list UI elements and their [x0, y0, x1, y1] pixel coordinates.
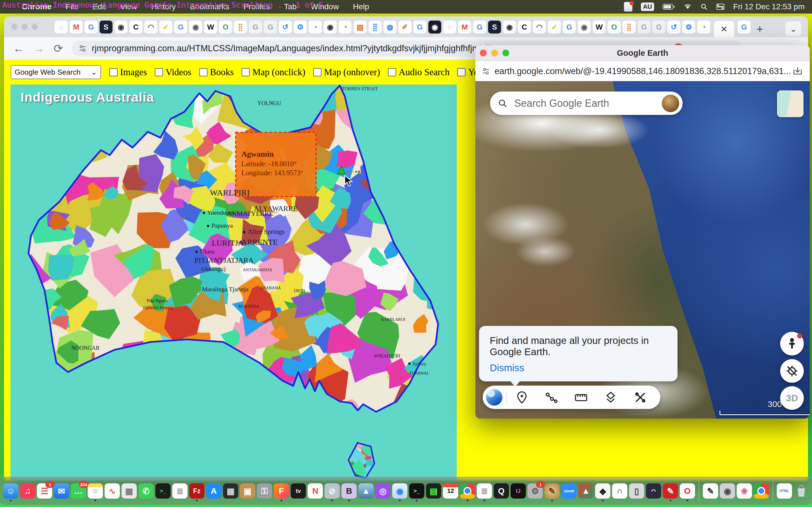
tools-icon[interactable]: [625, 391, 655, 404]
pinned-tab[interactable]: O: [608, 20, 620, 34]
dock-item-intellij[interactable]: IJ: [511, 483, 526, 499]
pegman-button[interactable]: [780, 332, 804, 355]
earth-viewport[interactable]: Search Google Earth Find and manage all …: [475, 81, 810, 418]
pinned-tab[interactable]: M: [70, 20, 83, 34]
window-controls[interactable]: [11, 24, 42, 31]
dock-item-cat-app[interactable]: ᴖ: [646, 483, 661, 499]
pinned-tab[interactable]: C: [518, 20, 531, 34]
pinned-tab[interactable]: ◉: [114, 20, 128, 34]
dock-item-settings[interactable]: ⚙1: [527, 483, 543, 499]
dock-item-exec-terminal[interactable]: ▤: [426, 483, 441, 499]
avatar[interactable]: [662, 95, 679, 112]
dock-item-messages[interactable]: …204: [71, 483, 86, 499]
pinned-tab[interactable]: M: [458, 20, 471, 34]
pinned-tab[interactable]: W: [204, 20, 217, 34]
dock-item-textedit[interactable]: ≣: [172, 483, 188, 499]
dock-item-cad-app[interactable]: ▲: [578, 483, 594, 499]
pinned-tab[interactable]: G: [85, 20, 98, 34]
dock-item-keychain[interactable]: ⚿: [257, 483, 272, 499]
dock-item-terminal-2[interactable]: >_: [409, 483, 424, 499]
dock-item-filezilla[interactable]: Fz: [189, 483, 204, 499]
checkbox-box[interactable]: [109, 68, 117, 76]
pinned-tab[interactable]: ◌: [443, 20, 456, 34]
pinned-tab[interactable]: G: [264, 20, 277, 34]
active-tab[interactable]: ✕: [714, 21, 734, 37]
pinned-tab[interactable]: C: [130, 20, 142, 34]
dock-item-news[interactable]: N: [308, 483, 323, 499]
dock-item-curves-app[interactable]: ∿: [105, 483, 120, 499]
australia-imagemap[interactable]: AgwaminLatitude: -18.0010°Longitude: 143…: [10, 84, 457, 481]
checkbox-box[interactable]: [199, 68, 207, 76]
measure-ruler-icon[interactable]: [566, 392, 596, 403]
pinned-tab[interactable]: ⣿: [234, 20, 247, 34]
dock-item-safari[interactable]: ◉: [392, 483, 407, 499]
pinned-tab[interactable]: G: [174, 20, 187, 34]
spotlight-icon[interactable]: [700, 3, 708, 10]
earth-address-bar[interactable]: earth.google.com/web/@-19.41990588,146.1…: [475, 61, 810, 81]
dock-item-html-file[interactable]: HTML: [777, 483, 792, 499]
pinned-tab[interactable]: ⣿: [622, 20, 636, 34]
dock-item-installer[interactable]: ▣: [240, 483, 255, 499]
pinned-tab[interactable]: ✐: [398, 20, 411, 34]
pinned-tab[interactable]: G: [638, 20, 651, 34]
battery-icon[interactable]: [663, 4, 675, 10]
back-button[interactable]: ←: [13, 42, 24, 55]
layers-icon[interactable]: [596, 391, 625, 404]
dock-item-music[interactable]: ♫: [20, 483, 35, 499]
wifi-icon[interactable]: [683, 3, 692, 10]
new-tab-button[interactable]: +: [753, 22, 766, 36]
input-source-indicator[interactable]: AU: [641, 3, 654, 11]
search-type-select[interactable]: Google Web Search ⌄: [11, 65, 101, 79]
dock-item-trash[interactable]: [794, 483, 809, 499]
checkbox-box[interactable]: [242, 68, 250, 76]
pinned-tab[interactable]: ↺: [279, 20, 292, 34]
pinned-tab[interactable]: G: [563, 20, 576, 34]
site-info-icon[interactable]: [481, 67, 490, 75]
dock-item-app-store[interactable]: A: [206, 483, 221, 499]
dock-item-bbedit[interactable]: B: [342, 483, 357, 499]
pinned-tab[interactable]: ⚙: [682, 20, 695, 34]
dock-item-pencil-app[interactable]: ✎: [703, 483, 718, 499]
pinned-tab[interactable]: ◉: [189, 20, 202, 34]
dock-item-podcasts[interactable]: ◎: [375, 483, 391, 499]
dock-item-chrome-device[interactable]: [754, 483, 769, 499]
dock-item-photos[interactable]: ❀: [737, 483, 752, 499]
overview-minimap[interactable]: [777, 91, 804, 117]
google-earth-logo[interactable]: [486, 389, 502, 406]
dock-item-opera[interactable]: O: [680, 483, 695, 499]
checkbox-map-onclick-[interactable]: Map (onclick): [242, 67, 305, 77]
dismiss-button[interactable]: Dismiss: [490, 362, 524, 374]
dock-item-apple-tv[interactable]: tv: [291, 483, 306, 499]
pinned-tab[interactable]: ◠: [533, 20, 546, 34]
pinned-tab[interactable]: G: [738, 20, 751, 34]
pinned-tab[interactable]: ◉: [503, 20, 516, 34]
pinned-tab[interactable]: ⚙: [294, 20, 307, 34]
reload-button[interactable]: ⟳: [54, 42, 63, 55]
dock-item-calendar[interactable]: 12: [443, 483, 458, 499]
pinned-tab[interactable]: G: [473, 20, 486, 34]
dock-item-mail[interactable]: ✉: [54, 483, 69, 499]
dock-item-notes[interactable]: ≡: [88, 483, 103, 499]
pinned-tab[interactable]: ⣿: [368, 20, 382, 34]
checkbox-box[interactable]: [155, 68, 163, 76]
dock-item-accessibility-inspector[interactable]: ◉: [720, 483, 735, 499]
pinned-tab[interactable]: ▤: [354, 20, 366, 34]
menu-item-help[interactable]: Help: [346, 2, 376, 11]
dock-item-gimp[interactable]: ✎: [545, 483, 560, 499]
checkbox-videos[interactable]: Videos: [155, 67, 192, 77]
dock-item-reminders[interactable]: ☰3: [37, 483, 52, 499]
pinned-tab[interactable]: ◌: [55, 20, 68, 34]
tab-search-button[interactable]: ⌄: [785, 21, 801, 36]
pinned-tab[interactable]: ◔: [339, 20, 352, 34]
pinned-tab[interactable]: ◠: [144, 20, 157, 34]
pinned-tab[interactable]: G: [652, 20, 665, 34]
dock-item-chrome[interactable]: [460, 483, 475, 499]
pinned-tab[interactable]: ◉: [428, 20, 441, 34]
pinned-tab[interactable]: ◍: [384, 20, 396, 34]
pinned-tab[interactable]: S: [100, 20, 112, 34]
indigenous-australia-map[interactable]: AgwaminLatitude: -18.0010°Longitude: 143…: [10, 84, 457, 481]
checkbox-map-onhover-[interactable]: Map (onhover): [313, 67, 380, 77]
earth-search-bar[interactable]: Search Google Earth: [490, 92, 682, 115]
checkbox-box[interactable]: [457, 68, 465, 76]
pinned-tab[interactable]: ◉: [578, 20, 591, 34]
